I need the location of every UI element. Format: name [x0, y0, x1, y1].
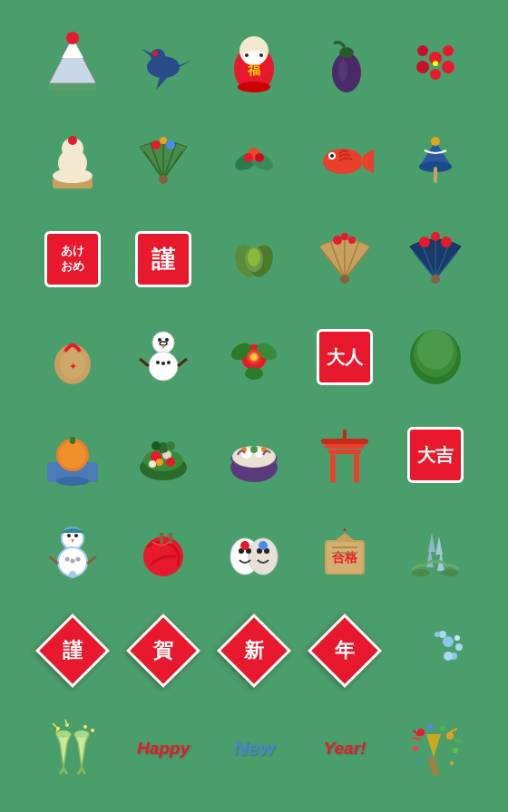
svg-point-84: [251, 354, 257, 360]
cell-diamond-shin[interactable]: 新: [209, 602, 299, 700]
party-sticker: [403, 716, 468, 781]
svg-point-42: [255, 153, 264, 162]
kagamimochi-sticker: [40, 129, 105, 194]
cell-nengajo[interactable]: 謹: [118, 210, 209, 308]
cell-daruma[interactable]: 福: [209, 14, 299, 112]
svg-point-81: [245, 367, 263, 380]
svg-point-120: [74, 534, 78, 537]
akemashite-badge: あけおめ: [44, 231, 101, 287]
cell-snowman-small[interactable]: [118, 308, 209, 406]
svg-point-63: [441, 237, 452, 247]
cedar-sticker: [403, 520, 468, 585]
daruma-sticker: 福: [221, 31, 287, 96]
diamond-ga: 賀: [137, 624, 190, 677]
svg-point-43: [323, 149, 363, 174]
svg-marker-44: [363, 149, 374, 174]
svg-point-67: [152, 332, 174, 353]
svg-point-60: [431, 275, 440, 284]
cell-torii[interactable]: [299, 406, 390, 504]
svg-point-70: [165, 338, 169, 342]
cell-diamond-kin[interactable]: 謹: [27, 602, 118, 700]
cell-snowflake[interactable]: [390, 602, 481, 700]
cell-eggplant[interactable]: [299, 14, 390, 112]
cell-new-text: New: [209, 700, 299, 798]
svg-text:✦: ✦: [69, 361, 77, 372]
svg-point-20: [339, 47, 354, 58]
cell-koi[interactable]: [299, 112, 390, 210]
svg-point-34: [159, 175, 168, 184]
cell-mikan-blue[interactable]: [27, 406, 118, 504]
cell-diamond-nen[interactable]: 年: [299, 602, 390, 700]
cell-kashiwa[interactable]: [209, 210, 299, 308]
svg-marker-142: [428, 533, 435, 552]
svg-point-150: [439, 631, 446, 638]
svg-point-90: [59, 441, 86, 469]
svg-marker-144: [435, 536, 443, 555]
cell-diamond-ga[interactable]: 賀: [118, 602, 209, 700]
cell-crane[interactable]: [118, 14, 209, 112]
svg-line-73: [140, 359, 149, 366]
cell-fan-blue[interactable]: [390, 210, 481, 308]
cell-otafuku[interactable]: [209, 504, 299, 602]
cell-gokaku[interactable]: 合格: [299, 504, 390, 602]
svg-point-148: [443, 636, 454, 647]
new-label: New: [233, 737, 274, 760]
svg-point-35: [151, 140, 161, 150]
cell-yarn-red[interactable]: [118, 504, 209, 602]
svg-point-101: [151, 441, 161, 450]
svg-point-77: [167, 361, 171, 364]
svg-point-41: [244, 153, 253, 162]
svg-marker-166: [426, 734, 441, 758]
daijin-badge: 大人: [317, 329, 373, 385]
svg-point-5: [151, 49, 165, 63]
svg-point-169: [440, 726, 445, 731]
svg-rect-3: [49, 83, 96, 91]
svg-rect-165: [428, 757, 440, 776]
cell-osechi[interactable]: [118, 406, 209, 504]
svg-point-163: [83, 725, 87, 729]
svg-point-27: [430, 69, 441, 80]
svg-line-74: [178, 359, 187, 366]
cell-sensu-brown[interactable]: [299, 210, 390, 308]
svg-point-36: [160, 137, 167, 144]
cell-ozoni[interactable]: [209, 406, 299, 504]
cell-party[interactable]: [390, 700, 481, 798]
cell-snowman-blue[interactable]: [27, 504, 118, 602]
cell-kagamimochi[interactable]: [27, 112, 118, 210]
bag-sticker: ✦: [40, 324, 105, 390]
cell-champagne[interactable]: [27, 700, 118, 798]
cell-holly[interactable]: [209, 112, 299, 210]
cell-mt-fuji[interactable]: [27, 14, 118, 112]
cell-fan-green[interactable]: [118, 112, 209, 210]
svg-point-124: [65, 557, 70, 562]
svg-point-173: [417, 759, 421, 763]
cell-plum[interactable]: [390, 14, 481, 112]
snowflake-sticker: [403, 618, 468, 683]
holly-sticker: [221, 129, 287, 194]
svg-point-108: [250, 446, 258, 453]
cell-daiji-stamp[interactable]: 大吉: [390, 406, 481, 504]
svg-point-99: [149, 460, 156, 468]
svg-point-25: [443, 45, 454, 56]
svg-rect-115: [321, 439, 368, 444]
svg-point-98: [166, 458, 175, 467]
cell-akemashite[interactable]: あけおめ: [27, 210, 118, 308]
cell-cedar[interactable]: [390, 504, 481, 602]
cell-daijin[interactable]: 大人: [299, 308, 390, 406]
svg-marker-8: [156, 78, 167, 90]
svg-point-170: [446, 732, 454, 740]
svg-point-21: [338, 60, 347, 82]
cell-pine-green[interactable]: [390, 308, 481, 406]
yarn-sticker: [131, 520, 196, 585]
cell-bag-red[interactable]: ✦: [27, 308, 118, 406]
cell-koma[interactable]: [390, 112, 481, 210]
cell-camellia[interactable]: [209, 308, 299, 406]
plum-sticker: [403, 31, 468, 96]
svg-point-61: [419, 237, 430, 247]
svg-point-55: [248, 248, 260, 266]
pine-sticker: [403, 324, 468, 390]
svg-point-24: [416, 61, 429, 73]
svg-point-23: [442, 61, 454, 73]
camellia-sticker: [221, 324, 287, 390]
mikan-sticker: [40, 422, 105, 488]
